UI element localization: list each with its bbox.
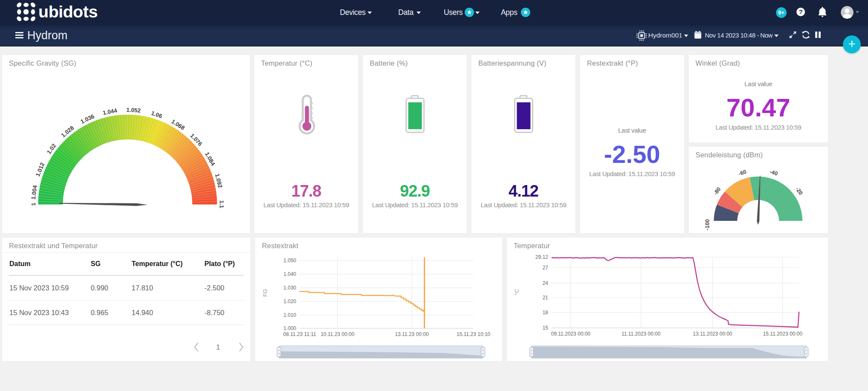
svg-text:18: 18 xyxy=(543,310,549,316)
svg-text:15.11.2023 00:00: 15.11.2023 00:00 xyxy=(763,331,802,337)
svg-text:21: 21 xyxy=(543,295,549,301)
svg-text:27: 27 xyxy=(543,265,549,271)
svg-text:1.030: 1.030 xyxy=(283,285,296,291)
svg-text:-80: -80 xyxy=(712,186,722,196)
svg-text:1: 1 xyxy=(30,203,37,206)
svg-text:13.11.23 00:00: 13.11.23 00:00 xyxy=(395,331,429,337)
svg-text:1.050: 1.050 xyxy=(283,258,296,264)
svg-text:15: 15 xyxy=(543,325,549,331)
svg-text:1.004: 1.004 xyxy=(30,185,38,200)
svg-text:08.11.23 11:11: 08.11.23 11:11 xyxy=(283,331,316,337)
svg-text:1.044: 1.044 xyxy=(102,107,118,116)
svg-text:10.11.23 00:00: 10.11.23 00:00 xyxy=(321,331,355,337)
svg-text:11.11.2023 00:00: 11.11.2023 00:00 xyxy=(621,331,661,337)
svg-text:-20: -20 xyxy=(794,186,804,196)
svg-text:°C: °C xyxy=(514,289,520,295)
svg-text:1.000: 1.000 xyxy=(283,325,296,331)
svg-text:1.040: 1.040 xyxy=(283,271,296,277)
svg-text:1: 1 xyxy=(216,343,220,351)
svg-text:FG: FG xyxy=(262,289,268,297)
svg-text:13.11.2023 00:00: 13.11.2023 00:00 xyxy=(693,331,733,337)
svg-text:-40: -40 xyxy=(769,168,779,177)
svg-text:1.1: 1.1 xyxy=(218,200,225,209)
svg-text:1.06: 1.06 xyxy=(150,110,163,120)
svg-text:-100: -100 xyxy=(704,219,710,230)
svg-text:1.020: 1.020 xyxy=(283,298,296,304)
svg-text:1.052: 1.052 xyxy=(126,107,141,114)
svg-text:24: 24 xyxy=(543,280,549,286)
svg-text:1.010: 1.010 xyxy=(283,312,296,318)
svg-text:15.11.23 10:10: 15.11.23 10:10 xyxy=(457,331,491,337)
svg-text:09.11.2023 00:00: 09.11.2023 00:00 xyxy=(551,331,591,337)
svg-text:1.092: 1.092 xyxy=(214,173,224,188)
svg-text:29.12: 29.12 xyxy=(535,254,548,260)
svg-text:-60: -60 xyxy=(738,168,747,177)
svg-text:ubidots: ubidots xyxy=(38,2,98,21)
